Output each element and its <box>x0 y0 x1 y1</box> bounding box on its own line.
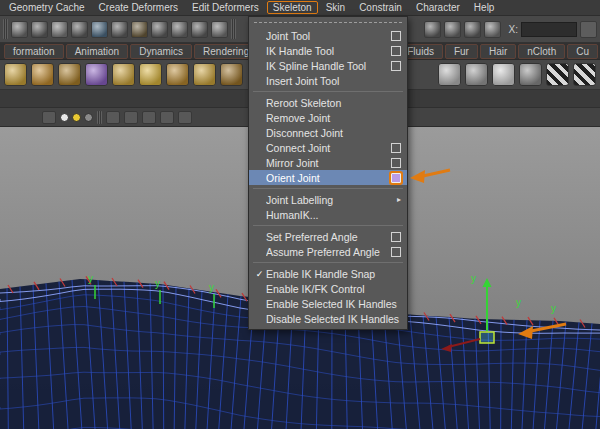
menu-item-enable-ik-handle-snap[interactable]: ✓Enable IK Handle Snap <box>249 266 407 281</box>
x-coordinate-input[interactable] <box>521 22 577 37</box>
render-quality-dot[interactable] <box>72 113 81 122</box>
menu-item-label: Enable IK/FK Control <box>266 283 401 295</box>
menu-item-label: Disconnect Joint <box>266 127 401 139</box>
toolbar-icon[interactable] <box>580 21 597 38</box>
option-box-icon[interactable] <box>391 31 401 41</box>
toolbar-icon[interactable] <box>131 21 148 38</box>
toolbar-icon[interactable] <box>424 21 441 38</box>
wireframe-icon[interactable] <box>160 111 174 124</box>
menu-item-set-preferred-angle[interactable]: Set Preferred Angle <box>249 229 407 244</box>
menubar-item-constrain[interactable]: Constrain <box>352 1 409 14</box>
shelf-tab-formation[interactable]: formation <box>4 44 64 59</box>
toolbar-icon[interactable] <box>71 21 88 38</box>
toolbar-left-icons <box>11 21 228 38</box>
menu-item-reroot-skeleton[interactable]: Reroot Skeleton <box>249 95 407 110</box>
menu-item-label: Remove Joint <box>266 112 401 124</box>
menu-item-label: Joint Tool <box>266 30 391 42</box>
shelf-tab-cu[interactable]: Cu <box>567 44 598 59</box>
toolbar-icon[interactable] <box>171 21 188 38</box>
menu-item-ik-handle-tool[interactable]: IK Handle Tool <box>249 43 407 58</box>
toolbar-icon[interactable] <box>211 21 228 38</box>
menu-item-humanik[interactable]: HumanIK... <box>249 207 407 222</box>
toolbar-icon[interactable] <box>464 21 481 38</box>
shelf-icon[interactable] <box>31 63 54 86</box>
toolbar-right-group: X: <box>424 21 597 38</box>
toolbar-grip[interactable] <box>3 19 8 39</box>
shelf-tabs-right: FluidsFurHairnClothCu <box>396 44 598 59</box>
menu-item-mirror-joint[interactable]: Mirror Joint <box>249 155 407 170</box>
check-icon: ✓ <box>253 269 266 279</box>
toolbar-icon[interactable] <box>11 21 28 38</box>
shelf-icon[interactable] <box>465 63 488 86</box>
toolbar-icon[interactable] <box>444 21 461 38</box>
menu-item-joint-labelling[interactable]: Joint Labelling▸ <box>249 192 407 207</box>
shelf-tab-ncloth[interactable]: nCloth <box>518 44 565 59</box>
shelf-icon[interactable] <box>492 63 515 86</box>
shelf-icon[interactable] <box>438 63 461 86</box>
texture-icon[interactable] <box>142 111 156 124</box>
toolbar-grip[interactable] <box>231 19 236 39</box>
option-box-icon[interactable] <box>391 247 401 257</box>
shelf-icons-left <box>4 63 243 86</box>
menu-item-label: Reroot Skeleton <box>266 97 401 109</box>
menu-item-insert-joint-tool[interactable]: Insert Joint Tool <box>249 73 407 88</box>
render-quality-dot[interactable] <box>60 113 69 122</box>
option-box-icon[interactable] <box>391 61 401 71</box>
toolbar-icon[interactable] <box>91 21 108 38</box>
lighting-icon[interactable] <box>124 111 138 124</box>
menu-item-enable-ik-fk-control[interactable]: Enable IK/FK Control <box>249 281 407 296</box>
shelf-tab-fur[interactable]: Fur <box>445 44 478 59</box>
shelf-icon[interactable] <box>166 63 189 86</box>
option-box-icon[interactable] <box>391 232 401 242</box>
menu-item-disconnect-joint[interactable]: Disconnect Joint <box>249 125 407 140</box>
menubar-item-create-deformers[interactable]: Create Deformers <box>92 1 185 14</box>
shelf-icon[interactable] <box>193 63 216 86</box>
option-box-icon[interactable] <box>391 173 401 183</box>
menu-item-joint-tool[interactable]: Joint Tool <box>249 28 407 43</box>
render-quality-dot[interactable] <box>84 113 93 122</box>
menu-item-remove-joint[interactable]: Remove Joint <box>249 110 407 125</box>
shelf-icon[interactable] <box>4 63 27 86</box>
menubar-item-character[interactable]: Character <box>409 1 467 14</box>
share-icon[interactable] <box>178 111 192 124</box>
shelf-icon[interactable] <box>519 63 542 86</box>
shelf-tab-dynamics[interactable]: Dynamics <box>130 44 192 59</box>
shelf-icon[interactable] <box>85 63 108 86</box>
option-box-icon[interactable] <box>391 46 401 56</box>
toolbar-icon[interactable] <box>31 21 48 38</box>
shelf-icon[interactable] <box>573 63 596 86</box>
menubar-item-skin[interactable]: Skin <box>319 1 352 14</box>
panel-toolbar-grip[interactable] <box>97 111 102 124</box>
toolbar-icon[interactable] <box>151 21 168 38</box>
toolbar-icon[interactable] <box>51 21 68 38</box>
menu-separator <box>253 262 403 263</box>
menu-item-orient-joint[interactable]: Orient Joint <box>249 170 407 185</box>
menubar-item-help[interactable]: Help <box>467 1 502 14</box>
menu-item-disable-selected-ik-handles[interactable]: Disable Selected IK Handles <box>249 311 407 326</box>
tearoff-handle[interactable] <box>254 22 402 23</box>
shelf-tab-animation[interactable]: Animation <box>66 44 128 59</box>
toolbar-icon[interactable] <box>484 21 501 38</box>
menubar-item-geometry-cache[interactable]: Geometry Cache <box>2 1 92 14</box>
shelf-icon[interactable] <box>220 63 243 86</box>
camera-icon[interactable] <box>106 111 120 124</box>
shelf-icons-right <box>438 63 596 86</box>
menubar-item-skeleton[interactable]: Skeleton <box>267 1 318 14</box>
option-box-icon[interactable] <box>391 158 401 168</box>
menu-item-assume-preferred-angle[interactable]: Assume Preferred Angle <box>249 244 407 259</box>
toolbar-icon[interactable] <box>111 21 128 38</box>
joint-axis-label-y: y <box>209 282 214 293</box>
menu-item-connect-joint[interactable]: Connect Joint <box>249 140 407 155</box>
option-box-icon[interactable] <box>391 143 401 153</box>
toolbar-icon[interactable] <box>191 21 208 38</box>
menubar-item-edit-deformers[interactable]: Edit Deformers <box>185 1 266 14</box>
menu-item-ik-spline-handle-tool[interactable]: IK Spline Handle Tool <box>249 58 407 73</box>
grid-icon[interactable] <box>42 111 56 124</box>
shelf-icon[interactable] <box>112 63 135 86</box>
shelf-icon[interactable] <box>139 63 162 86</box>
shelf-icon[interactable] <box>58 63 81 86</box>
shelf-tab-hair[interactable]: Hair <box>480 44 516 59</box>
shelf-icon[interactable] <box>546 63 569 86</box>
toolbar-right-icons <box>424 21 501 38</box>
menu-item-enable-selected-ik-handles[interactable]: Enable Selected IK Handles <box>249 296 407 311</box>
